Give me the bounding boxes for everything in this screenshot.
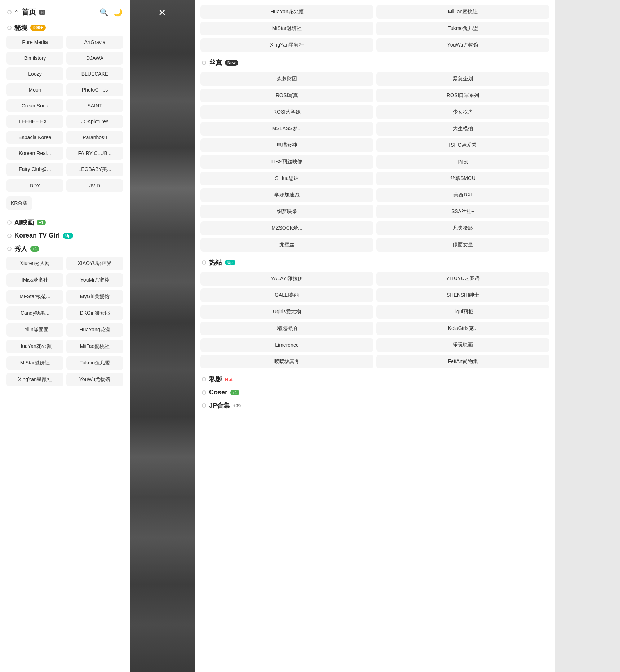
tag-xingyan[interactable]: XingYan星颜社	[6, 373, 63, 386]
tag-bluecake[interactable]: BLUECAKE	[66, 67, 123, 80]
tag-ishow[interactable]: ISHOW爱秀	[376, 138, 549, 152]
korean-tv-dot	[7, 234, 12, 238]
jp-label: JP合集	[209, 401, 230, 410]
tag-tukmo[interactable]: Tukmo兔几盟	[66, 356, 123, 370]
tag-dasheng[interactable]: 大生模拍	[376, 122, 549, 136]
tag-limerence[interactable]: Limerence	[200, 338, 373, 352]
tag-shenshi[interactable]: SHENSHI绅士	[376, 288, 549, 302]
xiuren-grid: Xiuren秀人网 XIAOYU语画界 IMiss爱蜜社 YouMi尤蜜荟 MF…	[6, 257, 124, 386]
tag-mfstar[interactable]: MFStar模范...	[6, 290, 63, 304]
tag-huayang[interactable]: HuaYang花漾	[66, 323, 123, 337]
tag-r-tukmo[interactable]: Tukmo兔几盟	[376, 22, 549, 35]
tag-r-huayan[interactable]: HuaYan花の颜	[200, 5, 373, 19]
coser-label: Coser	[209, 389, 227, 396]
tag-joapictures[interactable]: JOApictures	[66, 115, 123, 128]
tag-fairy-club-妖[interactable]: Fairy Club妖...	[6, 163, 63, 176]
tag-ligui[interactable]: Ligui丽柜	[376, 305, 549, 319]
tag-nuannuan[interactable]: 暖暖坂真冬	[200, 355, 373, 368]
ai-dot	[7, 220, 12, 225]
tag-zhimeng[interactable]: 织梦映像	[200, 205, 373, 218]
tag-photochips[interactable]: PhotoChips	[66, 83, 123, 96]
rezhan-label: 热站	[209, 258, 222, 267]
tag-jiamian[interactable]: 假面女皇	[376, 238, 549, 252]
sizen-section: 丝真 New	[200, 58, 549, 67]
tag-shaonv[interactable]: 少女秩序	[376, 105, 549, 119]
tag-ugirls[interactable]: Ugirls爱尤物	[200, 305, 373, 319]
tag-meixi[interactable]: 美西DXI	[376, 188, 549, 202]
tag-bimilstory[interactable]: Bimilstory	[6, 52, 63, 65]
tag-huayan[interactable]: HuaYan花の颜	[6, 340, 63, 353]
tag-kelagirls[interactable]: KelaGirls克...	[376, 322, 549, 335]
tag-miitao[interactable]: MiiTao蜜桃社	[66, 340, 123, 353]
miji-badge: 999+	[30, 25, 46, 31]
tag-rosi-art[interactable]: ROSI艺学妹	[200, 105, 373, 119]
tag-djawa[interactable]: DJAWA	[66, 52, 123, 65]
miji-grid: Pure Media ArtGravia Bimilstory DJAWA Lo…	[6, 36, 124, 192]
sizen-grid: 森萝财团 紧急企划 ROSI写真 ROSI口罩系列 ROSI艺学妹 少女秩序 M…	[200, 71, 549, 253]
tag-ssa[interactable]: SSA丝社+	[376, 205, 549, 218]
tag-youmisi[interactable]: 尤蜜丝	[200, 238, 373, 252]
tag-korean-real[interactable]: Korean Real...	[6, 147, 63, 160]
tag-sihua[interactable]: SiHua思话	[200, 172, 373, 185]
tag-jvid[interactable]: JVID	[66, 179, 123, 192]
home-label: 首页	[22, 7, 36, 17]
tag-liss[interactable]: LISS丽丝映像	[200, 155, 373, 169]
tag-espacia[interactable]: Espacia Korea	[6, 131, 63, 144]
rezhan-dot	[202, 260, 206, 265]
miji-section: 秘境 999+	[6, 23, 124, 32]
tag-dianmiao[interactable]: 电喵女神	[200, 138, 373, 152]
tag-saint[interactable]: SAINT	[66, 99, 123, 112]
tag-imiss[interactable]: IMiss爱蜜社	[6, 273, 63, 287]
tag-artgravia[interactable]: ArtGravia	[66, 36, 123, 49]
rezhan-grid: YALAYI雅拉伊 YITUYU艺图语 GALLI嘉丽 SHENSHI绅士 Ug…	[200, 270, 549, 370]
tag-senlo[interactable]: 森萝财团	[200, 72, 373, 86]
tag-r-youwu[interactable]: YouWu尤物馆	[376, 38, 549, 52]
tag-fanfu[interactable]: 凡夫摄影	[376, 221, 549, 235]
tag-xuemei[interactable]: 学妹加速跑	[200, 188, 373, 202]
theme-button[interactable]: 🌙	[114, 8, 123, 17]
tag-yituyu[interactable]: YITUYU艺图语	[376, 272, 549, 286]
tag-pure-media[interactable]: Pure Media	[6, 36, 63, 49]
tag-yalayi[interactable]: YALAYI雅拉伊	[200, 272, 373, 286]
tag-kr-collection[interactable]: KR合集	[6, 196, 32, 210]
tag-ddy[interactable]: DDY	[6, 179, 63, 192]
xiuren-label: 秀人	[14, 244, 27, 253]
tag-youwu[interactable]: YouWu尤物馆	[66, 373, 123, 386]
tag-paranhosu[interactable]: Paranhosu	[66, 131, 123, 144]
tag-youmi[interactable]: YouMi尤蜜荟	[66, 273, 123, 287]
tag-fairy-club[interactable]: FAIRY CLUB...	[66, 147, 123, 160]
tag-fetiart[interactable]: FetiArt尚物集	[376, 355, 549, 368]
tag-r-miitao[interactable]: MiiTao蜜桃社	[376, 5, 549, 19]
tag-r-mistar[interactable]: MiStar魅妍社	[200, 22, 373, 35]
search-button[interactable]: 🔍	[99, 8, 108, 17]
tag-mistar[interactable]: MiStar魅妍社	[6, 356, 63, 370]
tag-jiejie[interactable]: 精选街拍	[200, 322, 373, 335]
tag-pilot[interactable]: Pilot	[376, 155, 549, 169]
sizen-badge: New	[225, 60, 238, 66]
tag-rosi-mask[interactable]: ROSI口罩系列	[376, 89, 549, 102]
tag-xiuren[interactable]: Xiuren秀人网	[6, 257, 63, 270]
tag-simu[interactable]: 丝幕SMOU	[376, 172, 549, 185]
nav-header: ⌂ 首页 H 🔍 🌙	[6, 7, 124, 17]
tag-moon[interactable]: Moon	[6, 83, 63, 96]
tag-rosi[interactable]: ROSI写真	[200, 89, 373, 102]
tag-galli[interactable]: GALLI嘉丽	[200, 288, 373, 302]
tag-mslass[interactable]: MSLASS梦...	[200, 122, 373, 136]
tag-loozy[interactable]: Loozy	[6, 67, 63, 80]
tag-legbaby[interactable]: LEGBABY美...	[66, 163, 123, 176]
tag-xiaoyu[interactable]: XIAOYU语画界	[66, 257, 123, 270]
tag-creamsoda[interactable]: CreamSoda	[6, 99, 63, 112]
middle-panel: ✕	[130, 0, 195, 672]
tag-lewanying[interactable]: 乐玩映画	[376, 338, 549, 352]
sizen-label: 丝真	[209, 58, 222, 67]
close-button[interactable]: ✕	[158, 7, 166, 18]
top-tags: HuaYan花の颜 MiiTao蜜桃社 MiStar魅妍社 Tukmo兔几盟 X…	[200, 4, 549, 53]
tag-leehee[interactable]: LEEHEE EX...	[6, 115, 63, 128]
tag-jinji[interactable]: 紧急企划	[376, 72, 549, 86]
tag-dkgirl[interactable]: DKGirl御女郎	[66, 306, 123, 320]
tag-mygirl[interactable]: MyGirl美媛馆	[66, 290, 123, 304]
tag-feilin[interactable]: Feilin嗲囡囡	[6, 323, 63, 337]
tag-r-xingyan[interactable]: XingYan星颜社	[200, 38, 373, 52]
tag-candy[interactable]: Candy糖果...	[6, 306, 63, 320]
tag-mzsock[interactable]: MZSOCK爱...	[200, 221, 373, 235]
